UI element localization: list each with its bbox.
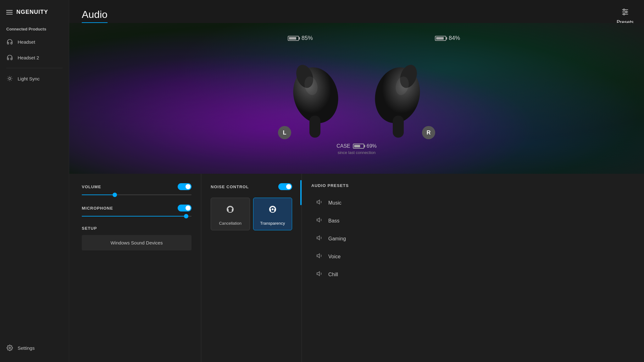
hero-section: 85% 84%: [69, 23, 644, 174]
cancellation-icon: [225, 204, 236, 218]
main-content: Presets Audio 85% 84%: [69, 0, 644, 362]
transparency-icon: [267, 204, 278, 218]
preset-voice[interactable]: Voice: [311, 248, 622, 265]
presets-sliders-icon: [619, 6, 631, 18]
preset-bass[interactable]: Bass: [311, 212, 622, 229]
settings-icon: [6, 344, 13, 351]
case-battery-icon: [353, 144, 364, 149]
battery-right-icon: [435, 36, 446, 41]
right-earbud-label: R: [422, 126, 435, 139]
battery-right: 84%: [435, 35, 460, 41]
battery-left-pct: 85%: [302, 35, 313, 41]
svg-marker-24: [317, 218, 319, 222]
left-earbud: L: [281, 58, 344, 145]
noise-buttons: Cancellation Transparency: [211, 198, 292, 230]
light-sync-icon: [6, 75, 13, 82]
noise-control-toggle[interactable]: [278, 183, 292, 190]
headset-label: Headset: [18, 39, 35, 45]
page-title: Audio: [82, 9, 108, 23]
case-battery-sub: since last connection: [336, 150, 377, 155]
svg-point-22: [272, 208, 274, 210]
earbuds-container: L: [281, 58, 432, 145]
volume-track: [82, 195, 192, 195]
microphone-label: MICROPHONE: [82, 206, 113, 211]
microphone-toggle[interactable]: [178, 205, 192, 211]
preset-chill[interactable]: Chill: [311, 266, 622, 283]
battery-left-icon: [288, 36, 299, 41]
cancellation-button[interactable]: Cancellation: [211, 198, 250, 230]
microphone-row: MICROPHONE: [82, 205, 192, 211]
audio-presets-section: AUDIO PRESETS Music: [302, 174, 631, 362]
connected-products-title: Connected Products: [0, 22, 69, 34]
svg-rect-17: [227, 209, 229, 211]
main-header: Audio: [69, 0, 644, 23]
svg-rect-10: [309, 116, 320, 138]
sidebar-item-headset2[interactable]: Headset 2: [0, 50, 69, 65]
case-pct: 69%: [367, 143, 377, 149]
svg-marker-25: [317, 236, 319, 240]
sidebar: NGENUITY Connected Products Headset Head…: [0, 0, 69, 362]
svg-point-5: [623, 9, 625, 11]
sidebar-item-headset[interactable]: Headset: [0, 34, 69, 50]
noise-control-header: NOISE CONTROL: [211, 183, 292, 190]
voice-preset-icon: [316, 252, 323, 261]
left-earbud-label: L: [278, 126, 291, 139]
music-preset-icon: [316, 199, 323, 207]
microphone-track: [82, 216, 192, 217]
setup-label: SETUP: [82, 226, 192, 231]
case-label: CASE: [336, 143, 350, 149]
preset-music[interactable]: Music: [311, 194, 622, 211]
volume-toggle-knob: [186, 184, 191, 189]
svg-point-1: [9, 347, 11, 349]
sidebar-item-settings[interactable]: Settings: [0, 340, 69, 356]
settings-label: Settings: [18, 345, 35, 351]
right-earbud: R: [369, 58, 432, 145]
headset-icon: [6, 38, 13, 45]
svg-rect-14: [393, 116, 404, 138]
svg-rect-20: [269, 209, 271, 211]
transparency-button[interactable]: Transparency: [253, 198, 292, 230]
sidebar-item-lightsync[interactable]: Light Sync: [0, 71, 69, 86]
bass-label: Bass: [328, 218, 340, 224]
windows-sound-button[interactable]: Windows Sound Devices: [82, 235, 192, 250]
app-logo: NGENUITY: [16, 9, 48, 15]
hamburger-icon[interactable]: [6, 10, 13, 14]
chill-preset-icon: [316, 270, 323, 279]
audio-presets-label: AUDIO PRESETS: [311, 183, 622, 188]
volume-slider[interactable]: [82, 195, 192, 195]
microphone-slider[interactable]: [82, 216, 192, 217]
volume-row: VOLUME: [82, 183, 192, 190]
controls-section: VOLUME MICROPHONE: [69, 174, 644, 362]
svg-rect-18: [232, 209, 233, 211]
volume-fill: [82, 195, 115, 195]
volume-toggle[interactable]: [178, 183, 192, 190]
noise-scrollbar: [300, 180, 302, 205]
microphone-fill: [82, 216, 186, 217]
noise-control-label: NOISE CONTROL: [211, 184, 249, 189]
svg-point-0: [9, 78, 11, 80]
transparency-label: Transparency: [260, 221, 285, 226]
cancellation-label: Cancellation: [219, 221, 242, 226]
voice-label: Voice: [328, 254, 341, 260]
headset2-icon: [6, 54, 13, 61]
volume-thumb[interactable]: [113, 193, 117, 197]
sidebar-divider: [6, 68, 63, 68]
music-label: Music: [328, 200, 341, 206]
case-battery: CASE 69% since last connection: [336, 143, 377, 155]
svg-marker-27: [317, 272, 319, 276]
battery-right-pct: 84%: [449, 35, 460, 41]
sidebar-header: NGENUITY: [0, 0, 69, 22]
battery-left: 85%: [288, 35, 313, 41]
preset-gaming[interactable]: Gaming: [311, 230, 622, 247]
gaming-label: Gaming: [328, 236, 346, 242]
volume-label: VOLUME: [82, 184, 101, 189]
svg-point-6: [625, 11, 627, 13]
noise-control-section: NOISE CONTROL Ca: [201, 174, 302, 362]
svg-marker-26: [317, 254, 319, 258]
microphone-thumb[interactable]: [184, 214, 188, 218]
svg-point-7: [623, 14, 625, 15]
sidebar-bottom: Settings: [0, 340, 69, 362]
lightsync-label: Light Sync: [18, 76, 40, 81]
preset-list: Music Bass: [311, 194, 622, 283]
svg-rect-21: [274, 209, 276, 211]
